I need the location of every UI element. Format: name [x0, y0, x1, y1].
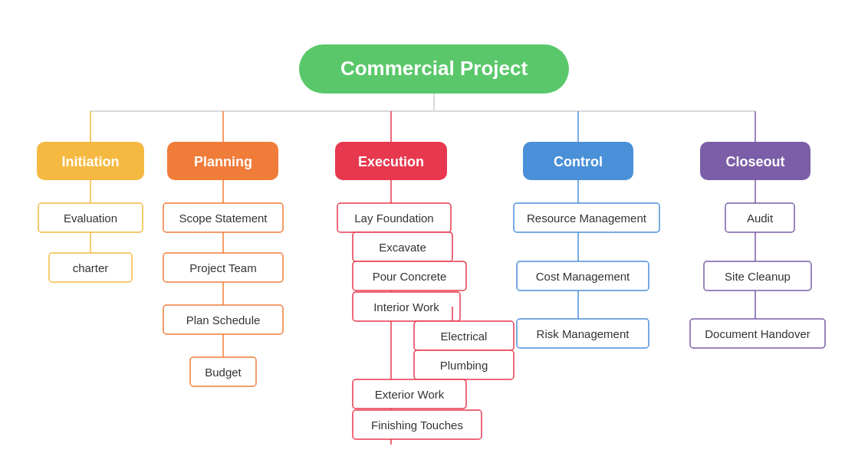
- cost-mgmt-label: Cost Management: [536, 270, 630, 283]
- lay-foundation-label: Lay Foundation: [354, 212, 433, 225]
- pour-concrete-label: Pour Concrete: [373, 270, 447, 283]
- interior-work-label: Interior Work: [373, 300, 439, 314]
- scope-label: Scope Statement: [179, 212, 268, 225]
- audit-label: Audit: [747, 212, 774, 225]
- project-team-label: Project Team: [189, 261, 256, 274]
- site-cleanup-label: Site Cleanup: [725, 270, 791, 283]
- exterior-work-label: Exterior Work: [375, 388, 445, 401]
- excavate-label: Excavate: [379, 241, 426, 254]
- root-label: Commercial Project: [340, 57, 528, 80]
- budget-label: Budget: [205, 366, 242, 379]
- doc-handover-label: Document Handover: [705, 327, 810, 340]
- control-label: Control: [554, 154, 603, 169]
- plumbing-label: Plumbing: [440, 359, 488, 372]
- evaluation-label: Evaluation: [64, 212, 117, 225]
- closeout-label: Closeout: [725, 154, 784, 169]
- electrical-label: Electrical: [441, 330, 488, 343]
- initiation-label: Initiation: [62, 154, 120, 169]
- planning-label: Planning: [194, 154, 252, 169]
- resource-mgmt-label: Resource Management: [527, 212, 647, 225]
- risk-mgmt-label: Risk Management: [537, 327, 630, 340]
- plan-schedule-label: Plan Schedule: [186, 314, 261, 327]
- execution-label: Execution: [358, 154, 424, 169]
- finishing-touches-label: Finishing Touches: [371, 419, 463, 432]
- chart: Commercial Project Initiation Evaluation…: [0, 0, 868, 476]
- charter-label: charter: [73, 261, 109, 274]
